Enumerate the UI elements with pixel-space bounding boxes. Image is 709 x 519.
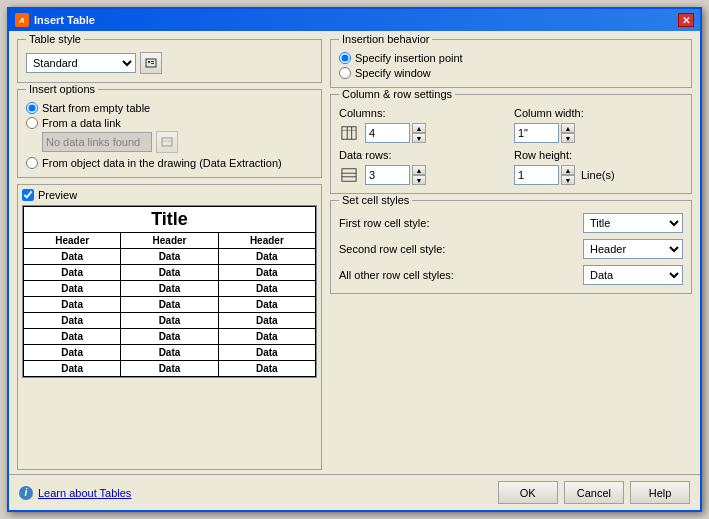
insertion-behavior-group: Insertion behavior Specify insertion poi… bbox=[330, 39, 692, 88]
dialog-title: Insert Table bbox=[34, 14, 95, 26]
cell-styles-label: Set cell styles bbox=[339, 194, 412, 206]
svg-rect-1 bbox=[148, 61, 150, 63]
preview-checkbox[interactable] bbox=[22, 189, 34, 201]
preview-data-cell: Data bbox=[121, 361, 218, 377]
preview-data-cell: Data bbox=[218, 265, 315, 281]
columns-down-button[interactable]: ▼ bbox=[412, 133, 426, 143]
preview-data-cell: Data bbox=[121, 329, 218, 345]
column-width-label: Column width: bbox=[514, 107, 683, 119]
svg-rect-6 bbox=[342, 127, 356, 139]
row-height-input[interactable]: 1 bbox=[514, 165, 559, 185]
table-style-group: Table style Standard bbox=[17, 39, 322, 83]
first-row-cell-select[interactable]: Title Header Data bbox=[583, 213, 683, 233]
column-width-field-group: Column width: 1" ▲ ▼ bbox=[514, 107, 683, 143]
from-object-label: From object data in the drawing (Data Ex… bbox=[42, 157, 282, 169]
data-rows-input[interactable]: 3 bbox=[365, 165, 410, 185]
preview-data-cell: Data bbox=[121, 297, 218, 313]
specify-point-radio[interactable] bbox=[339, 52, 351, 64]
preview-data-cell: Data bbox=[24, 313, 121, 329]
from-data-link-label: From a data link bbox=[42, 117, 121, 129]
row-height-field-group: Row height: 1 ▲ ▼ Line(s) bbox=[514, 149, 683, 185]
preview-data-cell: Data bbox=[24, 361, 121, 377]
no-links-field: No data links found bbox=[42, 132, 152, 152]
preview-data-cell: Data bbox=[121, 265, 218, 281]
column-width-down-button[interactable]: ▼ bbox=[561, 133, 575, 143]
data-rows-down-button[interactable]: ▼ bbox=[412, 175, 426, 185]
data-rows-label: Data rows: bbox=[339, 149, 508, 161]
row-height-up-button[interactable]: ▲ bbox=[561, 165, 575, 175]
learn-link[interactable]: Learn about Tables bbox=[38, 487, 131, 499]
preview-data-cell: Data bbox=[24, 345, 121, 361]
preview-title-cell: Title bbox=[24, 207, 316, 233]
start-empty-label: Start from empty table bbox=[42, 102, 150, 114]
second-row-cell-select[interactable]: Title Header Data bbox=[583, 239, 683, 259]
row-height-down-button[interactable]: ▼ bbox=[561, 175, 575, 185]
columns-input[interactable]: 4 bbox=[365, 123, 410, 143]
preview-data-cell: Data bbox=[24, 329, 121, 345]
preview-header-cell: Header bbox=[121, 233, 218, 249]
row-height-spinner: 1 ▲ ▼ bbox=[514, 165, 575, 185]
info-icon: i bbox=[19, 486, 33, 500]
preview-data-cell: Data bbox=[121, 345, 218, 361]
specify-window-radio[interactable] bbox=[339, 67, 351, 79]
svg-rect-3 bbox=[151, 63, 154, 64]
first-row-cell-label: First row cell style: bbox=[339, 217, 429, 229]
from-data-link-radio[interactable] bbox=[26, 117, 38, 129]
preview-data-cell: Data bbox=[24, 297, 121, 313]
line-label: Line(s) bbox=[581, 169, 615, 181]
columns-label: Columns: bbox=[339, 107, 508, 119]
data-link-browse-button[interactable] bbox=[156, 131, 178, 153]
preview-table-wrapper: Title Header Header Header DataDataData … bbox=[22, 205, 317, 378]
preview-data-cell: Data bbox=[218, 345, 315, 361]
columns-up-button[interactable]: ▲ bbox=[412, 123, 426, 133]
insert-options-group: Insert options Start from empty table Fr… bbox=[17, 89, 322, 178]
column-row-label: Column & row settings bbox=[339, 88, 455, 100]
data-rows-icon bbox=[339, 165, 359, 185]
specify-point-label: Specify insertion point bbox=[355, 52, 463, 64]
preview-header-cell: Header bbox=[24, 233, 121, 249]
preview-data-cell: Data bbox=[24, 265, 121, 281]
svg-rect-4 bbox=[162, 138, 172, 146]
preview-data-cell: Data bbox=[24, 249, 121, 265]
preview-data-cell: Data bbox=[218, 313, 315, 329]
preview-data-cell: Data bbox=[218, 297, 315, 313]
data-rows-up-button[interactable]: ▲ bbox=[412, 165, 426, 175]
svg-rect-10 bbox=[342, 169, 356, 181]
preview-data-cell: Data bbox=[218, 329, 315, 345]
cell-styles-group: Set cell styles First row cell style: Ti… bbox=[330, 200, 692, 294]
preview-data-cell: Data bbox=[121, 281, 218, 297]
ok-button[interactable]: OK bbox=[498, 481, 558, 504]
column-width-spinner: 1" ▲ ▼ bbox=[514, 123, 575, 143]
close-button[interactable]: ✕ bbox=[678, 13, 694, 27]
preview-data-cell: Data bbox=[218, 281, 315, 297]
bottom-bar: i Learn about Tables OK Cancel Help bbox=[9, 474, 700, 510]
other-rows-cell-label: All other row cell styles: bbox=[339, 269, 454, 281]
columns-spinner: 4 ▲ ▼ bbox=[365, 123, 426, 143]
row-height-label: Row height: bbox=[514, 149, 683, 161]
insertion-behavior-label: Insertion behavior bbox=[339, 33, 432, 45]
table-style-select[interactable]: Standard bbox=[26, 53, 136, 73]
other-rows-cell-select[interactable]: Title Header Data bbox=[583, 265, 683, 285]
preview-data-cell: Data bbox=[24, 281, 121, 297]
insert-table-dialog: A Insert Table ✕ Table style Standard bbox=[7, 7, 702, 512]
cancel-button[interactable]: Cancel bbox=[564, 481, 624, 504]
data-rows-field-group: Data rows: 3 bbox=[339, 149, 508, 185]
table-style-browse-button[interactable] bbox=[140, 52, 162, 74]
column-width-up-button[interactable]: ▲ bbox=[561, 123, 575, 133]
preview-data-cell: Data bbox=[218, 361, 315, 377]
help-button[interactable]: Help bbox=[630, 481, 690, 504]
column-width-input[interactable]: 1" bbox=[514, 123, 559, 143]
svg-rect-2 bbox=[151, 61, 154, 62]
preview-header-cell: Header bbox=[218, 233, 315, 249]
preview-data-cell: Data bbox=[121, 249, 218, 265]
columns-field-group: Columns: bbox=[339, 107, 508, 143]
from-object-radio[interactable] bbox=[26, 157, 38, 169]
start-empty-radio[interactable] bbox=[26, 102, 38, 114]
app-icon: A bbox=[15, 13, 29, 27]
data-rows-spinner: 3 ▲ ▼ bbox=[365, 165, 426, 185]
insert-options-label: Insert options bbox=[26, 83, 98, 95]
preview-section: Preview Title Header Header Header DataD… bbox=[17, 184, 322, 470]
preview-data-cell: Data bbox=[121, 313, 218, 329]
specify-window-label: Specify window bbox=[355, 67, 431, 79]
columns-icon bbox=[339, 123, 359, 143]
